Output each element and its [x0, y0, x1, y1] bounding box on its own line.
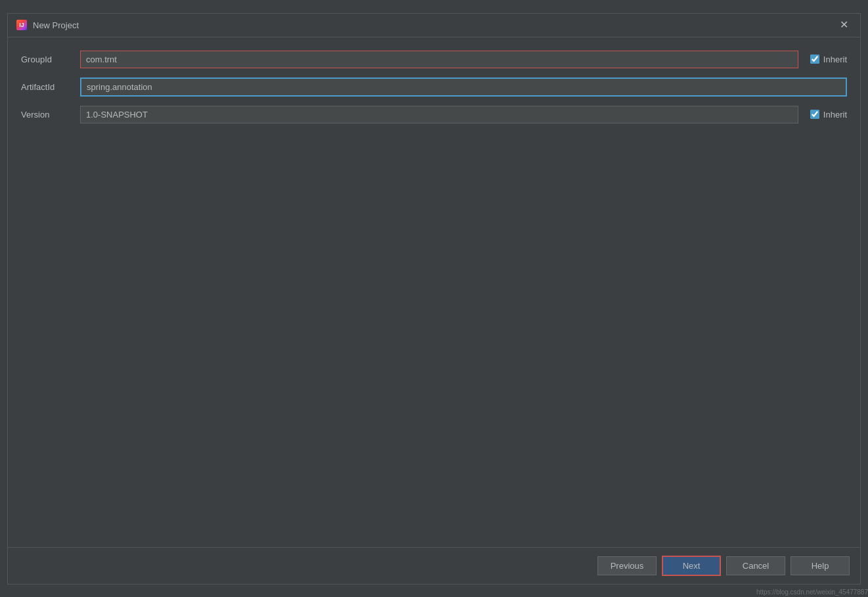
app-icon: IJ: [16, 19, 28, 31]
artifactid-input[interactable]: [80, 77, 847, 97]
title-bar-left: IJ New Project: [16, 19, 79, 31]
close-button[interactable]: ✕: [836, 18, 852, 32]
artifactid-input-wrapper: [80, 77, 847, 97]
version-row: Version Inherit: [21, 106, 847, 123]
version-label: Version: [21, 110, 80, 120]
version-inherit-label: Inherit: [823, 110, 847, 120]
groupid-row: GroupId Inherit: [21, 51, 847, 68]
groupid-inherit-wrapper: Inherit: [804, 55, 847, 64]
artifactid-label: ArtifactId: [21, 82, 80, 92]
previous-button[interactable]: Previous: [597, 556, 657, 575]
cancel-button[interactable]: Cancel: [726, 556, 785, 575]
groupid-inherit-label: Inherit: [823, 55, 847, 64]
groupid-input[interactable]: [80, 51, 798, 68]
groupid-input-row: Inherit: [80, 51, 847, 68]
version-input[interactable]: [80, 106, 798, 123]
version-input-row: Inherit: [80, 106, 847, 123]
form-content: GroupId Inherit ArtifactId Version: [8, 37, 860, 547]
next-button[interactable]: Next: [662, 556, 721, 576]
groupid-input-wrapper: [80, 51, 798, 68]
artifactid-row: ArtifactId: [21, 77, 847, 97]
groupid-label: GroupId: [21, 55, 80, 64]
version-input-wrapper: [80, 106, 798, 123]
dialog-title: New Project: [33, 20, 79, 30]
groupid-inherit-checkbox[interactable]: [810, 55, 819, 64]
new-project-dialog: IJ New Project ✕ GroupId Inherit Artifac…: [7, 13, 861, 585]
title-bar: IJ New Project ✕: [8, 14, 860, 37]
version-inherit-wrapper: Inherit: [804, 110, 847, 120]
version-inherit-checkbox[interactable]: [810, 110, 819, 119]
dialog-footer: Previous Next Cancel Help: [8, 547, 860, 584]
help-button[interactable]: Help: [791, 556, 850, 575]
watermark-text: https://blog.csdn.net/weixin_45477887: [756, 588, 868, 596]
